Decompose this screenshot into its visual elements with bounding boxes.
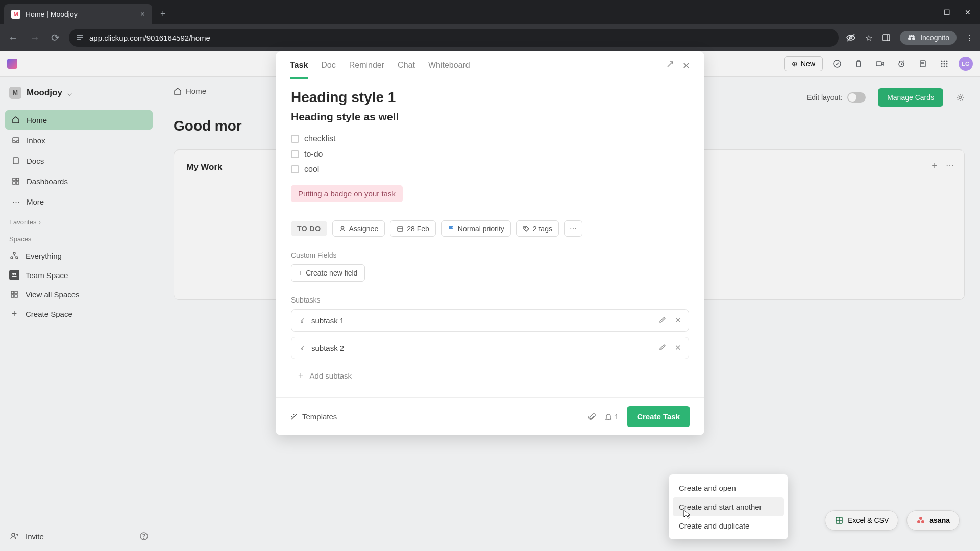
custom-fields-heading: Custom Fields [291,251,689,259]
svg-rect-36 [15,291,17,294]
apps-grid-icon[interactable] [937,57,951,71]
nav-label: Docs [27,157,44,165]
tab-chat[interactable]: Chat [398,61,415,79]
attachment-icon[interactable] [588,413,596,421]
browser-menu-icon[interactable]: ⋮ [966,33,974,43]
subtask-icon: ⬏ [297,315,308,326]
tab-task[interactable]: Task [290,61,308,79]
assignee-chip[interactable]: Assignee [332,220,385,237]
checklist-item[interactable]: to-do [291,146,689,162]
alarm-icon[interactable] [894,57,909,71]
excel-csv-pill[interactable]: Excel & CSV [825,510,898,531]
forward-icon[interactable]: → [28,30,42,46]
tags-chip[interactable]: 2 tags [516,220,559,237]
gear-icon[interactable] [955,93,965,102]
edit-icon[interactable] [658,343,667,353]
space-view-all[interactable]: View all Spaces [5,285,153,304]
invite-label: Invite [26,532,44,541]
svg-point-42 [959,96,962,98]
close-window-icon[interactable]: ✕ [965,8,971,16]
svg-point-39 [12,533,15,536]
remove-icon[interactable]: ✕ [675,343,681,353]
bell-icon [604,413,612,421]
tab-reminder[interactable]: Reminder [349,61,384,79]
side-panel-icon[interactable] [881,33,891,42]
incognito-badge[interactable]: Incognito [900,31,957,45]
space-create[interactable]: + Create Space [5,304,153,323]
checklist-item[interactable]: cool [291,162,689,177]
back-icon[interactable]: ← [6,30,20,46]
subtask-row[interactable]: ⬏ subtask 1 ✕ [291,309,689,332]
trash-icon[interactable] [851,57,866,71]
space-everything[interactable]: Everything [5,246,153,265]
user-plus-icon [9,531,19,541]
create-task-button[interactable]: Create Task [627,406,690,427]
close-icon[interactable]: ✕ [682,60,690,71]
eye-off-icon[interactable] [846,33,856,43]
create-field-button[interactable]: + Create new field [291,264,365,282]
edit-icon[interactable] [658,316,667,325]
sidebar-item-home[interactable]: Home [5,110,153,130]
space-label: View all Spaces [26,290,80,299]
new-tab-button[interactable]: + [157,6,169,22]
sidebar-item-docs[interactable]: Docs [5,151,153,170]
space-team[interactable]: Team Space [5,265,153,285]
priority-chip[interactable]: Normal priority [441,220,511,237]
nav-label: Inbox [27,136,45,145]
svg-rect-0 [77,37,83,38]
url-bar[interactable]: app.clickup.com/9016164592/home [69,29,839,47]
workspace-selector[interactable]: M Moodjoy ⌵ [5,82,153,104]
check-circle-icon[interactable] [830,57,844,71]
notification-count[interactable]: 1 [604,412,619,421]
sidebar-item-inbox[interactable]: Inbox [5,131,153,150]
task-title-heading[interactable]: Heading style 1 [291,89,689,106]
clickup-logo-icon[interactable] [7,59,17,69]
asana-pill[interactable]: asana [906,510,960,531]
site-settings-icon[interactable] [76,34,84,42]
video-icon[interactable] [873,57,887,71]
svg-rect-35 [11,291,14,294]
checkbox-icon[interactable] [291,150,299,158]
breadcrumb[interactable]: Home [174,87,206,95]
plus-icon[interactable]: + [932,160,938,172]
checklist-item[interactable]: checklist [291,131,689,146]
checkbox-icon[interactable] [291,135,299,143]
invite-button[interactable]: Invite [5,527,135,546]
svg-point-41 [144,538,144,539]
svg-rect-10 [876,62,881,66]
task-badge[interactable]: Putting a badge on your task [291,185,403,202]
more-options-chip[interactable]: ⋯ [564,220,582,237]
manage-cards-button[interactable]: Manage Cards [878,88,943,107]
maximize-icon[interactable]: ☐ [944,8,950,16]
subtask-row[interactable]: ⬏ subtask 2 ✕ [291,337,689,359]
checkbox-icon[interactable] [291,165,299,173]
add-subtask-button[interactable]: + Add subtask [291,364,689,387]
minimize-icon[interactable]: — [922,8,929,16]
expand-icon[interactable] [666,60,674,71]
remove-icon[interactable]: ✕ [675,316,681,325]
edit-layout-toggle[interactable] [847,92,866,103]
browser-tab[interactable]: M Home | Moodjoy × [4,4,152,24]
templates-button[interactable]: Templates [290,412,337,421]
favorites-section[interactable]: Favorites › [5,212,153,229]
user-avatar[interactable]: LG [959,57,973,71]
status-chip[interactable]: TO DO [291,221,327,236]
svg-rect-5 [883,35,890,41]
dropdown-create-open[interactable]: Create and open [673,479,784,497]
sidebar-item-dashboards[interactable]: Dashboards [5,171,153,191]
more-dots-icon[interactable]: ⋯ [946,160,954,172]
new-button[interactable]: ⊕ New [784,56,823,71]
tab-whiteboard[interactable]: Whiteboard [428,61,470,79]
notepad-icon[interactable] [916,57,930,71]
task-subheading[interactable]: Heading style as well [291,111,689,123]
sidebar: M Moodjoy ⌵ Home Inbox Docs Dash [0,51,158,551]
sidebar-item-more[interactable]: ⋯ More [5,192,153,211]
help-icon[interactable] [135,528,153,545]
reload-icon[interactable]: ⟳ [49,30,62,46]
date-chip[interactable]: 28 Feb [390,220,436,237]
nav-label: Dashboards [27,177,68,186]
docs-icon [11,156,20,165]
tab-doc[interactable]: Doc [321,61,335,79]
tab-close-icon[interactable]: × [140,10,145,19]
bookmark-star-icon[interactable]: ☆ [865,33,872,43]
